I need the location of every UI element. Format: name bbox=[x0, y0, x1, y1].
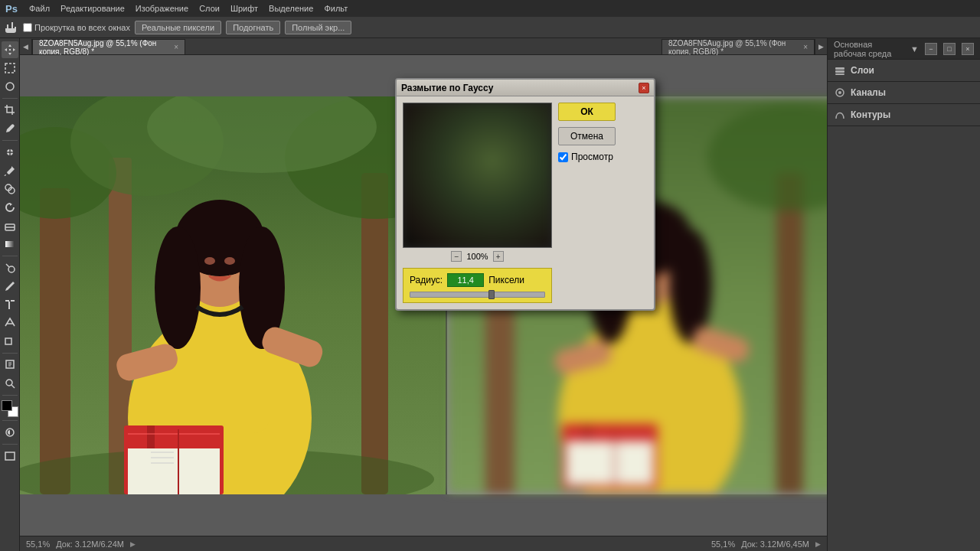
options-bar: Прокрутка во всех окнах Реальные пиксели… bbox=[0, 17, 980, 38]
dialog-titlebar[interactable]: Размытие по Гауссу × bbox=[397, 80, 654, 96]
status-arrow-left: ▶ bbox=[130, 540, 136, 548]
dialog-preview-canvas bbox=[403, 103, 552, 248]
left-toolbar bbox=[0, 38, 20, 551]
svg-point-14 bbox=[6, 380, 12, 386]
doc-size-left: Док: 3.12M/6.24M bbox=[56, 540, 124, 549]
dialog-preview-section: − 100% + Радиус: Пиксели bbox=[403, 103, 552, 303]
svg-line-15 bbox=[11, 385, 15, 388]
tab-right-close[interactable]: × bbox=[803, 43, 808, 51]
quick-mask-icon[interactable] bbox=[2, 424, 18, 441]
svg-rect-68 bbox=[835, 73, 844, 75]
document-area: ◀ 8ZOA8FN5Aug.jpg @ 55,1% (Фон копия, RG… bbox=[20, 38, 827, 551]
panel-minimize-btn[interactable]: − bbox=[925, 43, 937, 55]
channels-section: Каналы bbox=[828, 82, 980, 104]
menu-select[interactable]: Выделение bbox=[264, 2, 318, 15]
tab-scroll-left[interactable]: ◀ bbox=[20, 39, 32, 54]
toolbar-separator-6 bbox=[2, 420, 18, 421]
shape-tool-icon[interactable] bbox=[2, 333, 18, 350]
svg-rect-43 bbox=[178, 429, 179, 494]
menu-file[interactable]: Файл bbox=[24, 2, 54, 15]
radius-row: Радиус: Пиксели bbox=[410, 273, 545, 287]
svg-point-7 bbox=[8, 266, 15, 272]
document-tab-right-area[interactable]: 8ZOA8FN5Aug.jpg @ 55,1% (Фон копия, RGB/… bbox=[662, 39, 815, 54]
selection-tool-icon[interactable] bbox=[2, 60, 18, 77]
eraser-tool-icon[interactable] bbox=[2, 217, 18, 234]
cancel-button[interactable]: Отмена bbox=[558, 127, 616, 145]
dodge-tool-icon[interactable] bbox=[2, 259, 18, 276]
foreground-color-swatch bbox=[2, 400, 12, 411]
radius-unit-label: Пиксели bbox=[488, 275, 524, 285]
scroll-all-windows-label: Прокрутка во всех окнах bbox=[23, 23, 130, 32]
crop-tool-icon[interactable] bbox=[2, 102, 18, 119]
healing-brush-icon[interactable] bbox=[2, 144, 18, 161]
history-brush-icon[interactable] bbox=[2, 199, 18, 216]
zoom-out-button[interactable]: − bbox=[451, 251, 462, 262]
clone-stamp-icon[interactable] bbox=[2, 181, 18, 197]
zoom-tool-icon[interactable] bbox=[2, 375, 18, 392]
zoom-in-button[interactable]: + bbox=[493, 251, 504, 262]
notes-tool-icon[interactable] bbox=[2, 357, 18, 373]
panel-close-btn[interactable]: × bbox=[962, 43, 974, 55]
slider-thumb[interactable] bbox=[488, 290, 495, 299]
radius-slider[interactable] bbox=[410, 292, 545, 298]
svg-rect-42 bbox=[128, 448, 220, 494]
path-select-icon[interactable] bbox=[2, 315, 18, 331]
gaussian-blur-dialog: Размытие по Гауссу × − bbox=[395, 78, 655, 311]
channels-label: Каналы bbox=[851, 87, 886, 98]
toolbar-separator-4 bbox=[2, 353, 18, 354]
ok-button[interactable]: ОК bbox=[558, 103, 616, 121]
dialog-close-button[interactable]: × bbox=[639, 83, 649, 93]
svg-point-59 bbox=[669, 229, 712, 344]
svg-rect-0 bbox=[5, 64, 15, 73]
status-arrow-right: ▶ bbox=[815, 540, 821, 548]
menu-image[interactable]: Изображение bbox=[131, 2, 193, 15]
channels-section-title[interactable]: Каналы bbox=[834, 86, 974, 99]
slider-track bbox=[410, 293, 491, 296]
toolbar-separator-2 bbox=[2, 140, 18, 141]
main-area: ◀ 8ZOA8FN5Aug.jpg @ 55,1% (Фон копия, RG… bbox=[0, 38, 980, 551]
svg-rect-66 bbox=[835, 67, 844, 70]
brush-tool-icon[interactable] bbox=[2, 162, 18, 179]
lasso-tool-icon[interactable] bbox=[2, 78, 18, 95]
screen-mode-icon[interactable] bbox=[2, 448, 18, 465]
eyedropper-tool-icon[interactable] bbox=[2, 120, 18, 137]
preview-image bbox=[403, 103, 551, 247]
svg-point-36 bbox=[224, 257, 235, 265]
menu-layers[interactable]: Слои bbox=[194, 2, 224, 15]
layers-section: Слои bbox=[828, 60, 980, 82]
fit-button[interactable]: Подогнать bbox=[226, 21, 280, 34]
workspace-label: Основная рабочая среда bbox=[834, 40, 904, 58]
tab-left-close[interactable]: × bbox=[174, 43, 178, 51]
full-screen-button[interactable]: Полный экр... bbox=[285, 21, 351, 34]
svg-point-33 bbox=[155, 227, 201, 349]
radius-input[interactable] bbox=[447, 273, 484, 287]
preview-label: Просмотр bbox=[571, 152, 613, 162]
svg-rect-22 bbox=[361, 173, 388, 494]
type-tool-icon[interactable] bbox=[2, 296, 18, 313]
svg-line-8 bbox=[6, 264, 9, 267]
paths-section-title[interactable]: Контуры bbox=[834, 109, 974, 121]
tab-scroll-right[interactable]: ▶ bbox=[815, 39, 827, 54]
real-pixels-button[interactable]: Реальные пиксели bbox=[135, 21, 221, 34]
menu-filter[interactable]: Фильт bbox=[319, 2, 352, 15]
foreground-background-color[interactable] bbox=[2, 400, 18, 417]
preview-checkbox[interactable] bbox=[558, 152, 568, 162]
layers-section-title[interactable]: Слои bbox=[834, 64, 974, 77]
document-tab-left[interactable]: 8ZOA8FN5Aug.jpg @ 55,1% (Фон копия, RGB/… bbox=[32, 39, 185, 54]
gradient-tool-icon[interactable] bbox=[2, 236, 18, 253]
svg-rect-65 bbox=[614, 428, 616, 489]
right-panel: Основная рабочая среда ▼ − □ × Слои Кана… bbox=[827, 38, 980, 551]
menu-type[interactable]: Шрифт bbox=[226, 2, 263, 15]
menu-bar: Ps Файл Редактирование Изображение Слои … bbox=[0, 0, 980, 17]
canvas-area: Размытие по Гауссу × − bbox=[20, 55, 827, 536]
svg-rect-50 bbox=[776, 173, 803, 494]
move-tool-icon[interactable] bbox=[2, 41, 18, 58]
scroll-all-windows-checkbox[interactable] bbox=[23, 23, 32, 32]
workspace-dropdown-icon[interactable]: ▼ bbox=[910, 44, 919, 54]
tab-bar: ◀ 8ZOA8FN5Aug.jpg @ 55,1% (Фон копия, RG… bbox=[20, 38, 827, 55]
pen-tool-icon[interactable] bbox=[2, 278, 18, 295]
paths-label: Контуры bbox=[851, 109, 890, 120]
panel-restore-btn[interactable]: □ bbox=[943, 43, 956, 55]
menu-edit[interactable]: Редактирование bbox=[56, 2, 129, 15]
toolbar-separator-1 bbox=[2, 98, 18, 99]
